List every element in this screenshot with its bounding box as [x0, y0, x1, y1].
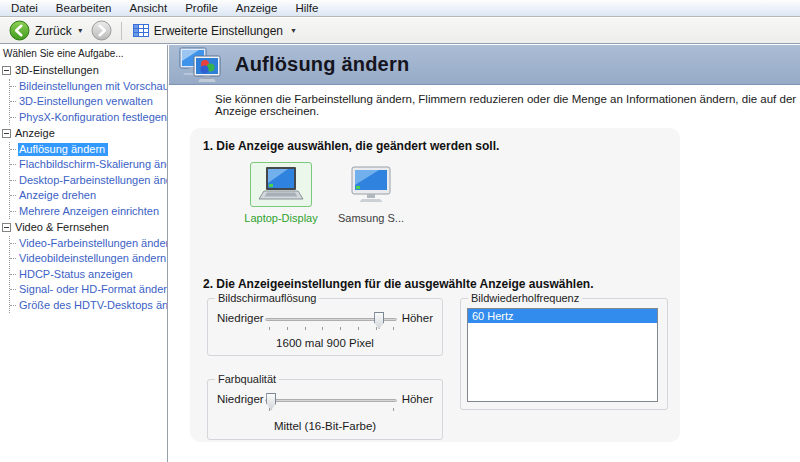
sidebar-item[interactable]: Video-Farbeinstellungen ändern [10, 236, 167, 252]
menu-item[interactable]: Hilfe [286, 1, 327, 15]
resolution-slider[interactable] [265, 318, 397, 321]
laptop-icon [250, 162, 312, 207]
refresh-option[interactable]: 60 Hertz [468, 309, 657, 323]
menu-bar: DateiBearbeitenAnsichtProfileAnzeigeHilf… [0, 0, 800, 17]
back-button[interactable]: Zurück [6, 19, 75, 42]
resolution-group-label: Bildschirmauflösung [215, 292, 319, 304]
page-title: Auflösung ändern [235, 53, 409, 76]
step2-heading: 2. Die Anzeigeeinstellungen für die ausg… [203, 277, 594, 291]
resolution-groupbox: Bildschirmauflösung Niedriger Höher 1600… [207, 298, 443, 356]
sidebar-header: Wählen Sie eine Aufgabe... [0, 45, 167, 63]
resolution-slider-ticks [265, 327, 397, 331]
resolution-high-label: Höher [402, 312, 433, 324]
description-strip: Sie können die Farbeinstellung ändern, F… [169, 86, 800, 112]
color-quality-slider-ticks [265, 408, 397, 412]
resolution-low-label: Niedriger [217, 312, 264, 324]
display-item-laptop[interactable]: Laptop-Display [237, 162, 325, 224]
nvidia-control-panel-window: DateiBearbeitenAnsichtProfileAnzeigeHilf… [0, 0, 800, 462]
collapse-icon[interactable] [2, 66, 11, 75]
view-dropdown-chevron-icon: ▼ [290, 27, 297, 34]
menu-item[interactable]: Datei [2, 1, 47, 15]
menu-item[interactable]: Bearbeiten [47, 1, 121, 15]
sidebar-item[interactable]: HDCP-Status anzeigen [10, 267, 167, 283]
display-settings-icon [179, 47, 223, 83]
color-quality-value: Mittel (16-Bit-Farbe) [208, 420, 442, 432]
task-tree: 3D-EinstellungenBildeinstellungen mit Vo… [0, 63, 167, 313]
forward-icon [91, 20, 112, 41]
sidebar-item[interactable]: Auflösung ändern [10, 142, 167, 158]
color-quality-slider[interactable] [265, 399, 397, 402]
sidebar-item[interactable]: 3D-Einstellungen verwalten [10, 94, 167, 110]
view-mode-label: Erweiterte Einstellungen [154, 24, 283, 38]
color-high-label: Höher [402, 393, 433, 405]
sidebar-item[interactable]: PhysX-Konfiguration festlegen [10, 110, 167, 126]
toolbar-separator [121, 22, 122, 40]
color-quality-groupbox: Farbqualität Niedriger Höher Mittel (16-… [207, 379, 443, 440]
resolution-value: 1600 mal 900 Pixel [208, 337, 442, 349]
collapse-icon[interactable] [2, 129, 11, 138]
view-mode-button[interactable]: Erweiterte Einstellungen ▼ [130, 23, 300, 39]
tree-category[interactable]: Video & Fernsehen [15, 220, 109, 236]
page-banner: Auflösung ändern [169, 45, 800, 85]
tree-category[interactable]: Anzeige [15, 126, 55, 142]
forward-button[interactable] [88, 19, 115, 42]
menu-item[interactable]: Profile [176, 1, 227, 15]
sidebar-item[interactable]: Videobildeinstellungen ändern [10, 251, 167, 267]
refresh-rate-listbox[interactable]: 60 Hertz [467, 308, 658, 402]
sidebar-item[interactable]: Desktop-Farbeinstellungen ändern [10, 173, 167, 189]
display-label: Samsung S... [327, 212, 415, 224]
back-dropdown-chevron-icon[interactable]: ▼ [77, 27, 84, 34]
sidebar-item[interactable]: Mehrere Anzeigen einrichten [10, 204, 167, 220]
refresh-rate-group-label: Bildwiederholfrequenz [468, 292, 582, 304]
tree-category[interactable]: 3D-Einstellungen [15, 63, 99, 79]
toolbar: Zurück ▼ [0, 18, 800, 44]
sidebar-item[interactable]: Bildeinstellungen mit Vorschau anpa [10, 79, 167, 95]
content-panel: 1. Die Anzeige auswählen, die geändert w… [190, 128, 680, 442]
menu-item[interactable]: Ansicht [120, 1, 176, 15]
sidebar-item[interactable]: Signal- oder HD-Format ändern [10, 282, 167, 298]
step1-heading: 1. Die Anzeige auswählen, die geändert w… [203, 139, 499, 153]
back-icon [9, 20, 30, 41]
sidebar-item[interactable]: Größe des HDTV-Desktops ändern [10, 298, 167, 314]
refresh-rate-groupbox: Bildwiederholfrequenz 60 Hertz [460, 298, 668, 410]
sidebar: Wählen Sie eine Aufgabe... 3D-Einstellun… [0, 45, 168, 462]
sidebar-item[interactable]: Flachbildschirm-Skalierung ändern [10, 157, 167, 173]
display-label: Laptop-Display [237, 212, 325, 224]
display-item-monitor[interactable]: Samsung S... [327, 162, 415, 224]
monitor-icon [342, 162, 400, 207]
page-description: Sie können die Farbeinstellung ändern, F… [169, 86, 800, 117]
back-label: Zurück [35, 24, 72, 38]
collapse-icon[interactable] [2, 223, 11, 232]
grid-view-icon [133, 24, 149, 37]
sidebar-item[interactable]: Anzeige drehen [10, 188, 167, 204]
color-low-label: Niedriger [217, 393, 264, 405]
color-quality-group-label: Farbqualität [215, 373, 279, 385]
menu-item[interactable]: Anzeige [227, 1, 287, 15]
